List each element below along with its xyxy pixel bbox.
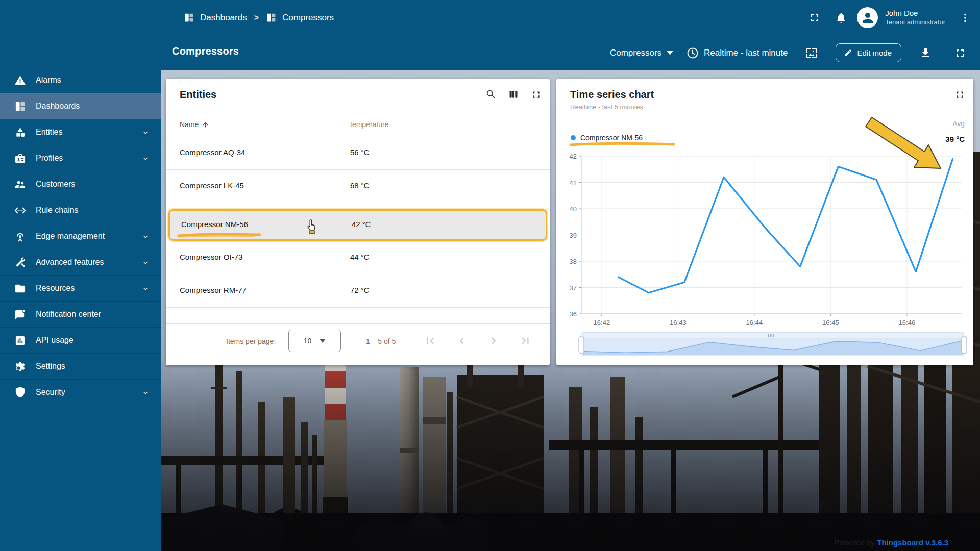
clock-icon (687, 47, 699, 59)
fullscreen-icon (531, 89, 542, 100)
chevron-down-icon (141, 129, 150, 137)
header-actions: John Doe Tenant administrator (804, 0, 976, 35)
widget-fullscreen-button[interactable] (953, 88, 966, 101)
notifications-button[interactable] (830, 7, 852, 29)
aggregation-header: Avg (952, 119, 965, 128)
sidebar-item-api-usage[interactable]: API usage (0, 327, 161, 353)
cursor-pointer-hand (306, 219, 319, 234)
timewindow-button[interactable]: Realtime - last minute (687, 47, 788, 59)
pencil-icon (844, 48, 852, 57)
breadcrumb-compressors[interactable]: Compressors (266, 12, 334, 23)
table-row[interactable]: Compressor LK-45 68 °C (166, 170, 550, 203)
warning-icon (14, 74, 26, 86)
dashboard-image-button[interactable] (801, 42, 822, 64)
user-menu-button[interactable] (954, 7, 976, 29)
fullscreen-button[interactable] (804, 7, 825, 29)
svg-text:37: 37 (570, 284, 577, 292)
chart-widget-actions (953, 88, 966, 101)
sidebar-item-settings[interactable]: Settings (0, 353, 161, 379)
hand-drawn-underline (177, 232, 261, 238)
api-usage-icon (14, 335, 26, 346)
svg-text:38: 38 (570, 258, 577, 265)
table-row[interactable]: Compressor OI-73 44 °C (166, 241, 550, 274)
entities-widget-title: Entities (180, 89, 216, 101)
chart-subtitle: Realtime - last 5 minutes (570, 103, 643, 111)
advanced-features-icon (14, 257, 26, 268)
user-name: John Doe (885, 9, 945, 18)
sidebar-item-rule-chains[interactable]: Rule chains (0, 197, 161, 223)
entity-select[interactable]: Compressors (610, 48, 673, 58)
table-row-selected[interactable]: Compressor NM-56 42 °C (168, 209, 547, 241)
dashboards-icon (14, 101, 26, 112)
page-range-label: 1 – 5 of 5 (366, 337, 396, 345)
first-page-icon (424, 334, 437, 347)
columns-icon (508, 89, 519, 99)
sidebar-item-alarms[interactable]: Alarms (0, 67, 161, 93)
next-page-button[interactable] (483, 331, 504, 351)
first-page-button[interactable] (420, 331, 440, 351)
svg-text:16:43: 16:43 (670, 319, 687, 327)
table-row[interactable]: Compressor RM-77 72 °C (166, 274, 550, 308)
edge-management-icon (14, 231, 26, 242)
chevron-down-icon (141, 233, 150, 241)
sidebar-item-security[interactable]: Security (0, 379, 161, 405)
search-button[interactable] (484, 88, 498, 101)
sidebar-item-resources[interactable]: Resources (0, 275, 161, 301)
sidebar-item-advanced-features[interactable]: Advanced features (0, 249, 161, 275)
toolbar-controls: Compressors Realtime - last minute Edit … (610, 35, 971, 70)
sidebar: ThingsBoard Home Alarms Dashboards (0, 0, 161, 551)
table-header: Name temperature (166, 116, 550, 137)
sidebar-item-profiles[interactable]: Profiles (0, 145, 161, 171)
timeseries-widget: Time series chart Realtime - last 5 minu… (556, 79, 973, 365)
user-info[interactable]: John Doe Tenant administrator (885, 9, 945, 27)
breadcrumb: Dashboards > Compressors (184, 0, 334, 35)
dashboards-icon (266, 12, 277, 23)
legend-item[interactable]: Compressor NM-56 (571, 134, 643, 142)
svg-text:40: 40 (570, 205, 577, 213)
sort-ascending-icon (202, 121, 209, 129)
fullscreen-icon (954, 47, 966, 59)
version-link[interactable]: Thingsboard v.3.6.3 (877, 538, 948, 547)
widget-fullscreen-button[interactable] (529, 88, 543, 101)
svg-text:41: 41 (570, 179, 577, 187)
caret-down-icon (667, 51, 673, 55)
sidebar-item-customers[interactable]: Customers (0, 171, 161, 197)
svg-text:16:46: 16:46 (899, 319, 916, 327)
entities-widget-actions (484, 88, 543, 101)
dashboard-title: Compressors (172, 45, 239, 57)
notification-icon (14, 309, 26, 320)
sidebar-item-notification-center[interactable]: Notification center (0, 301, 161, 327)
column-header-temperature[interactable]: temperature (350, 120, 388, 129)
table-row[interactable]: Compressor AQ-34 56 °C (166, 137, 550, 170)
chevron-down-icon (141, 259, 150, 267)
zoom-handle-right[interactable] (962, 336, 967, 354)
last-page-button[interactable] (515, 331, 535, 351)
column-header-name[interactable]: Name (180, 120, 209, 129)
sidebar-item-edge-management[interactable]: Edge management (0, 223, 161, 249)
sidebar-item-dashboards[interactable]: Dashboards (0, 93, 161, 119)
columns-button[interactable] (507, 88, 520, 101)
thingsboard-app: ThingsBoard Home Alarms Dashboards (0, 0, 980, 551)
bell-icon (835, 12, 847, 24)
items-per-page-select[interactable]: 10 (288, 330, 341, 352)
dashboard-fullscreen-button[interactable] (949, 42, 971, 64)
svg-text:16:42: 16:42 (594, 319, 610, 327)
timeseries-zoom-slider[interactable] (556, 332, 973, 358)
dashboard-toolbar: Compressors Compressors Realtime - last … (161, 35, 980, 70)
avatar[interactable] (857, 7, 878, 28)
edit-mode-button[interactable]: Edit mode (836, 43, 901, 62)
entities-icon (14, 127, 26, 138)
security-icon (14, 386, 26, 398)
previous-page-button[interactable] (452, 331, 472, 351)
customers-icon (14, 179, 26, 190)
powered-by: Powered by Thingsboard v.3.6.3 (835, 538, 948, 547)
svg-text:16:45: 16:45 (822, 319, 839, 327)
zoom-handle-left[interactable] (579, 336, 584, 354)
download-button[interactable] (915, 42, 936, 64)
sidebar-menu: Home Alarms Dashboards Entities (0, 41, 161, 405)
search-icon (485, 89, 497, 100)
breadcrumb-dashboards[interactable]: Dashboards (184, 12, 247, 23)
kebab-menu-icon (960, 12, 971, 23)
sidebar-item-entities[interactable]: Entities (0, 119, 161, 145)
chevron-down-icon (141, 285, 150, 293)
